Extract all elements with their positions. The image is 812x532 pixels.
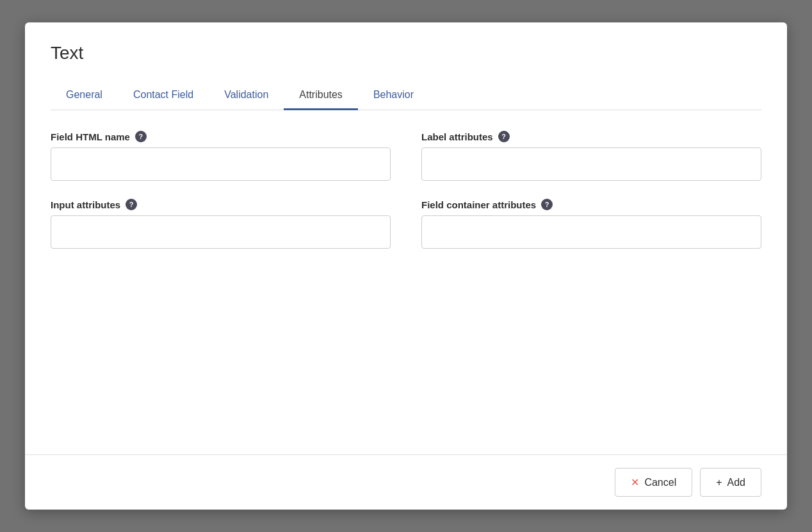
tabs-container: General Contact Field Validation Attribu… xyxy=(51,81,761,110)
tab-validation[interactable]: Validation xyxy=(209,81,284,110)
input-attributes-label: Input attributes ? xyxy=(51,199,391,210)
cancel-label: Cancel xyxy=(644,477,676,488)
cancel-button[interactable]: ✕ Cancel xyxy=(615,468,692,497)
field-container-attributes-help-icon[interactable]: ? xyxy=(541,199,553,210)
input-attributes-input[interactable] xyxy=(51,215,391,249)
add-button[interactable]: + Add xyxy=(700,468,761,497)
field-container-attributes-label: Field container attributes ? xyxy=(421,199,761,210)
tab-general[interactable]: General xyxy=(51,81,118,110)
modal-title: Text xyxy=(51,43,761,63)
label-attributes-help-icon[interactable]: ? xyxy=(498,131,510,142)
field-html-name-help-icon[interactable]: ? xyxy=(135,131,147,142)
add-icon: + xyxy=(716,477,722,488)
add-label: Add xyxy=(727,477,745,488)
cancel-icon: ✕ xyxy=(631,476,639,488)
modal-dialog: Text General Contact Field Validation At… xyxy=(25,22,787,510)
tab-behavior[interactable]: Behavior xyxy=(358,81,429,110)
field-html-name-group: Field HTML name ? xyxy=(51,131,391,181)
form-grid: Field HTML name ? Label attributes ? xyxy=(51,131,761,249)
label-attributes-input[interactable] xyxy=(421,147,761,181)
input-attributes-group: Input attributes ? xyxy=(51,199,391,249)
modal-body: Text General Contact Field Validation At… xyxy=(25,22,787,454)
tab-attributes[interactable]: Attributes xyxy=(284,81,358,110)
field-container-attributes-group: Field container attributes ? xyxy=(421,199,761,249)
modal-footer: ✕ Cancel + Add xyxy=(25,454,787,510)
tab-contact-field[interactable]: Contact Field xyxy=(118,81,209,110)
modal-overlay: or Text General Contact Field Validation… xyxy=(0,0,812,532)
field-html-name-input[interactable] xyxy=(51,147,391,181)
input-attributes-help-icon[interactable]: ? xyxy=(126,199,137,210)
label-attributes-group: Label attributes ? xyxy=(421,131,761,181)
field-html-name-label: Field HTML name ? xyxy=(51,131,391,142)
label-attributes-label: Label attributes ? xyxy=(421,131,761,142)
field-container-attributes-input[interactable] xyxy=(421,215,761,249)
